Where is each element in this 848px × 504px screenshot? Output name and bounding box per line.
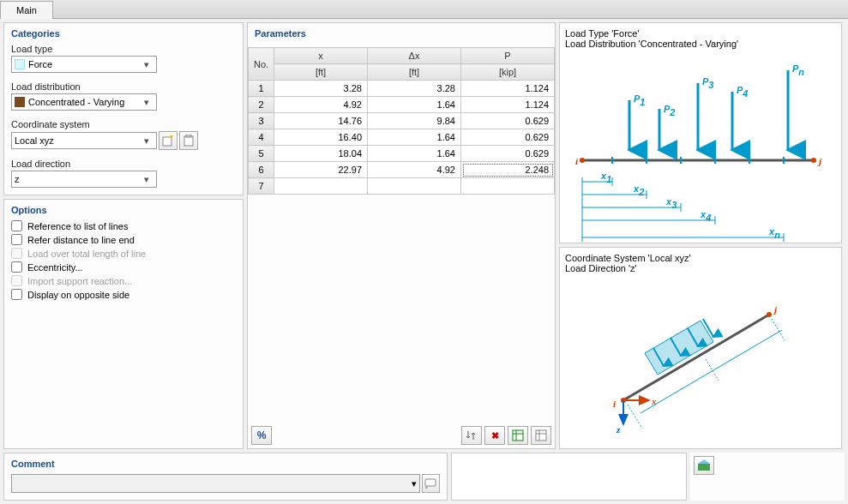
cell-x[interactable]: 14.76	[274, 113, 368, 129]
comment-input[interactable]: ▾	[11, 474, 420, 493]
cell-x[interactable]: 4.92	[274, 97, 368, 113]
cell-p[interactable]: 2.248	[461, 162, 555, 178]
cell-x[interactable]: 3.28	[274, 81, 368, 97]
svg-line-54	[706, 359, 719, 381]
table-row[interactable]: 314.769.840.629	[249, 113, 555, 129]
col-dx[interactable]: Δx	[368, 48, 461, 64]
opt-refer-distance-end[interactable]: Refer distance to line end	[11, 234, 236, 245]
cell-dx[interactable]: 1.64	[368, 146, 461, 162]
tab-bar: Main	[0, 0, 848, 19]
svg-rect-61	[698, 464, 710, 471]
row-number: 3	[249, 113, 274, 129]
opt-opposite-side[interactable]: Display on opposite side	[11, 289, 236, 300]
cell-dx[interactable]: 9.84	[368, 113, 461, 129]
render-icon	[697, 459, 711, 471]
diagram-coord-system: Coordinate System 'Local xyz' Load Direc…	[559, 247, 842, 449]
col-p-unit: [kip]	[461, 64, 555, 81]
chevron-down-icon: ▾	[140, 97, 153, 108]
percent-button[interactable]: %	[251, 426, 272, 445]
comment-library-button[interactable]	[422, 474, 440, 493]
cell-dx[interactable]: 1.64	[368, 97, 461, 113]
row-number: 2	[249, 97, 274, 113]
delete-button[interactable]: ✖	[484, 426, 505, 445]
sort-icon	[466, 429, 478, 441]
svg-rect-60	[425, 479, 436, 486]
table-row[interactable]: 7	[249, 178, 555, 195]
load-type-select[interactable]: Force ▾	[11, 56, 157, 73]
coord-diagram-svg: i j	[563, 272, 829, 435]
spreadsheet-export-icon	[512, 429, 524, 441]
cell-x[interactable]: 16.40	[274, 129, 368, 146]
svg-point-7	[580, 158, 585, 163]
cell-dx[interactable]: 4.92	[368, 162, 461, 178]
svg-text:P4: P4	[737, 85, 748, 99]
table-row[interactable]: 13.283.281.124	[249, 81, 555, 97]
export-button[interactable]	[508, 426, 528, 445]
opt-reference-lines[interactable]: Reference to list of lines	[11, 220, 236, 231]
comment-icon	[424, 477, 436, 489]
svg-text:P1: P1	[634, 93, 645, 107]
col-p[interactable]: P	[461, 48, 555, 64]
parameters-toolbar: % ✖	[248, 423, 555, 448]
col-x[interactable]: x	[274, 48, 368, 64]
cell-p[interactable]	[461, 178, 555, 195]
sort-button[interactable]	[461, 426, 482, 445]
cell-x[interactable]: 18.04	[274, 146, 368, 162]
svg-text:j: j	[773, 304, 778, 315]
chevron-down-icon: ▾	[140, 174, 153, 185]
pick-coord-button[interactable]	[179, 131, 198, 150]
coord-system-label: Coordinate system	[11, 119, 236, 129]
cell-p[interactable]: 1.124	[461, 97, 555, 113]
chevron-down-icon: ▾	[412, 478, 417, 489]
load-type-swatch	[15, 59, 25, 69]
opt-eccentricity[interactable]: Eccentricity...	[11, 261, 236, 273]
new-item-icon	[162, 135, 174, 147]
options-title: Options	[11, 205, 236, 215]
load-distribution-select[interactable]: Concentrated - Varying ▾	[11, 93, 157, 111]
diag1-line2: Load Distribution 'Concentrated - Varyin…	[565, 39, 836, 49]
svg-line-55	[772, 319, 785, 340]
load-distribution-swatch	[15, 97, 25, 107]
cell-p[interactable]: 0.629	[461, 146, 555, 162]
svg-text:xn: xn	[768, 226, 780, 240]
cell-p[interactable]: 1.124	[461, 81, 555, 97]
row-number: 1	[249, 81, 274, 97]
coord-system-select[interactable]: Local xyz ▾	[11, 132, 157, 149]
cell-x[interactable]	[274, 178, 368, 195]
tab-main[interactable]: Main	[0, 1, 53, 19]
svg-text:Pn: Pn	[792, 63, 804, 77]
import-button[interactable]	[531, 426, 551, 445]
row-number: 4	[249, 129, 274, 146]
view-mode-button[interactable]	[694, 456, 714, 475]
svg-text:i: i	[575, 156, 579, 166]
table-row[interactable]: 622.974.922.248	[249, 162, 555, 178]
diag1-line1: Load Type 'Force'	[565, 28, 836, 39]
cell-dx[interactable]: 1.64	[368, 129, 461, 146]
cell-dx[interactable]: 3.28	[368, 81, 461, 97]
parameters-table[interactable]: No. x Δx P [ft] [ft] [kip] 13.283.281.12…	[248, 47, 555, 195]
svg-text:P2: P2	[664, 104, 675, 117]
x-icon: ✖	[491, 430, 499, 441]
diagram-load-type: Load Type 'Force' Load Distribution 'Con…	[559, 22, 842, 243]
col-x-unit: [ft]	[274, 64, 368, 81]
table-row[interactable]: 518.041.640.629	[249, 146, 555, 162]
load-direction-select[interactable]: z ▾	[11, 171, 157, 188]
comment-title: Comment	[11, 459, 440, 469]
options-panel: Options Reference to list of lines Refer…	[3, 199, 244, 449]
opt-total-length: Load over total length of line	[11, 248, 236, 259]
svg-text:x1: x1	[600, 171, 611, 184]
svg-text:x: x	[651, 396, 657, 406]
new-coord-button[interactable]	[159, 131, 177, 150]
col-no[interactable]: No.	[249, 48, 274, 81]
row-number: 7	[249, 178, 274, 195]
cell-x[interactable]: 22.97	[274, 162, 368, 178]
table-row[interactable]: 24.921.641.124	[249, 97, 555, 113]
svg-line-53	[628, 405, 642, 429]
cell-p[interactable]: 0.629	[461, 129, 555, 146]
cell-dx[interactable]	[368, 178, 461, 195]
table-row[interactable]: 416.401.640.629	[249, 129, 555, 146]
load-type-label: Load type	[11, 44, 236, 54]
categories-panel: Categories Load type Force ▾ Load distri…	[3, 22, 244, 195]
cell-p[interactable]: 0.629	[461, 113, 555, 129]
svg-text:j: j	[817, 156, 822, 166]
